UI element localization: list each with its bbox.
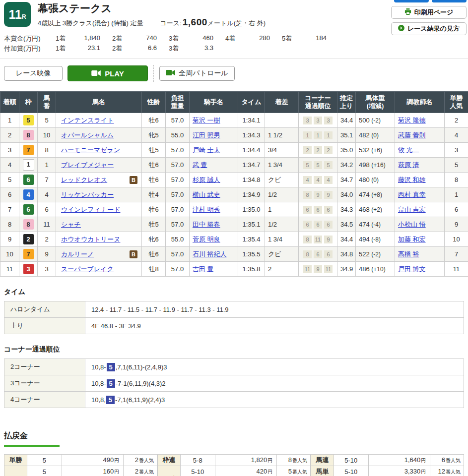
- col-margin: 着差: [265, 92, 299, 113]
- arrow-circle-icon: [398, 25, 404, 33]
- horse-link[interactable]: レッドクレオス: [61, 176, 107, 183]
- horse-number: 6: [38, 202, 56, 217]
- horse-link[interactable]: オパールシャルム: [61, 131, 114, 139]
- trainer-link[interactable]: 高橋 裕: [398, 250, 419, 258]
- bet-amount: 1,640: [404, 456, 421, 464]
- carried-weight: 57.0: [166, 158, 190, 173]
- jockey-link[interactable]: 菊沢 一樹: [193, 117, 220, 124]
- prize-rank: 2着: [112, 44, 129, 53]
- jockey-link[interactable]: 石川 裕紀人: [193, 250, 227, 258]
- finish-time: 1:35.0: [238, 202, 265, 217]
- payout-group-uma-sanren: 馬連 5-10 1,640円 6番人気 馬単 5-10 3,330円 12番人気…: [311, 454, 464, 476]
- trainer-link[interactable]: 戸田 博文: [398, 265, 426, 273]
- jockey-link[interactable]: 杉原 誠人: [193, 176, 220, 183]
- print-page-button[interactable]: 印刷用ページ: [391, 6, 467, 19]
- blue-button-stub[interactable]: [432, 0, 467, 2]
- tansho-label: 単勝: [4, 455, 27, 466]
- jockey-link[interactable]: 吉田 豊: [193, 265, 214, 273]
- horse-link[interactable]: インテンスライト: [61, 117, 114, 124]
- trainer-link[interactable]: 武藤 善則: [398, 131, 426, 139]
- col-horse-weight: 馬体重 (増減): [356, 92, 395, 113]
- jockey-link[interactable]: 江田 照男: [193, 131, 220, 139]
- patrol-video-button[interactable]: 全周パトロール: [159, 66, 235, 81]
- win-favorite: 10: [445, 232, 468, 247]
- winner-highlight: 5: [107, 379, 115, 388]
- prize-value: 280: [242, 34, 270, 43]
- win-favorite: 3: [445, 143, 468, 158]
- carried-weight: 57.0: [166, 113, 190, 128]
- jockey-link[interactable]: 田中 勝春: [193, 221, 220, 228]
- blue-button-stub[interactable]: [394, 0, 429, 2]
- table-row: 7 6 6 ウインレフィナード 牡6 57.0 津村 明秀 1:35.0 1 6…: [0, 202, 468, 217]
- trainer-link[interactable]: 畠山 吉宏: [398, 206, 426, 213]
- prize-rank: 4着: [225, 34, 242, 43]
- frame-badge: 8: [23, 130, 34, 140]
- col-sex-age: 性齢: [142, 92, 166, 113]
- play-button[interactable]: PLAY: [67, 65, 148, 81]
- horse-number: 4: [38, 187, 56, 202]
- horse-number: 7: [38, 173, 56, 187]
- margin: 3/4: [265, 143, 299, 158]
- col-time: タイム: [238, 92, 265, 113]
- sex-age: 牡6: [142, 202, 166, 217]
- sex-age: 牡4: [142, 187, 166, 202]
- sex-age: 牡5: [142, 143, 166, 158]
- race-number-badge: 11 R: [4, 2, 31, 27]
- table-row: 3 7 8 ハーモニーマゼラン 牡5 57.0 戸崎 圭太 1:34.4 3/4…: [0, 143, 468, 158]
- prize-value: 3.3: [186, 44, 213, 53]
- jockey-link[interactable]: 横山 武史: [193, 191, 220, 198]
- margin: [265, 113, 299, 128]
- horse-link[interactable]: シャチ: [61, 221, 81, 228]
- race-video-button[interactable]: レース映像: [4, 66, 63, 81]
- result-guide-button[interactable]: レース結果の見方: [391, 22, 467, 35]
- trainer-link[interactable]: 藤沢 和雄: [398, 176, 426, 183]
- table-row: 4コーナー 10,8,5-7,1(6,11,9)(2,4)3: [4, 392, 464, 408]
- bet-favorite: 2: [135, 468, 138, 475]
- horse-number: 10: [38, 128, 56, 143]
- finish-position: 11: [0, 262, 19, 277]
- col-carried-weight: 負担 重量: [166, 92, 190, 113]
- result-guide-label: レース結果の見方: [407, 24, 460, 33]
- table-row: 6 4 4 リッケンバッカー 牡4 57.0 横山 武史 1:34.9 1/2 …: [0, 187, 468, 202]
- trainer-link[interactable]: 小桧山 悟: [398, 221, 426, 228]
- win-favorite: 11: [445, 262, 468, 277]
- race-number-suffix: R: [22, 13, 26, 20]
- finish-time: 1:35.5: [238, 247, 265, 262]
- table-row: ハロンタイム 12.4 - 11.7 - 11.5 - 11.7 - 11.9 …: [4, 301, 464, 318]
- course-distance: 1,600: [183, 17, 207, 28]
- jockey-link[interactable]: 津村 明秀: [193, 206, 220, 213]
- horse-weight: 468 (+2): [356, 202, 395, 217]
- horse-number: 3: [38, 262, 56, 277]
- horse-link[interactable]: カルリーノ: [61, 250, 94, 258]
- trainer-link[interactable]: 西村 真幸: [398, 191, 426, 198]
- horse-link[interactable]: ウインレフィナード: [61, 206, 120, 213]
- horse-link[interactable]: スーパーブレイク: [61, 265, 114, 273]
- last-3f: 34.5: [337, 217, 356, 232]
- horse-weight: 486 (+10): [356, 262, 395, 277]
- furlong-time-label: ハロンタイム: [4, 301, 85, 318]
- margin: 1 1/2: [265, 128, 299, 143]
- horse-link[interactable]: ホウオウカトリーヌ: [61, 236, 120, 243]
- horse-link[interactable]: リッケンバッカー: [61, 191, 114, 198]
- corner-order: 8119: [299, 232, 337, 247]
- trainer-link[interactable]: 加藤 和宏: [398, 236, 426, 243]
- table-row: 馬連 5-10 1,640円 6番人気: [311, 455, 464, 466]
- trainer-link[interactable]: 牧 光二: [398, 146, 419, 154]
- jockey-link[interactable]: 武 豊: [193, 161, 207, 169]
- payout-title: 払戻金: [4, 431, 464, 441]
- bet-favorite: 5: [288, 468, 292, 475]
- trainer-link[interactable]: 萩原 清: [398, 161, 419, 169]
- margin: 2: [265, 262, 299, 277]
- corner-2-label: 2コーナー: [4, 359, 85, 375]
- jockey-link[interactable]: 菅原 明良: [193, 236, 220, 243]
- horse-link[interactable]: ハーモニーマゼラン: [61, 146, 120, 154]
- prize-value: 460: [186, 34, 213, 43]
- horse-link[interactable]: ブレイブメジャー: [61, 161, 114, 169]
- jockey-link[interactable]: 戸崎 圭太: [193, 146, 220, 154]
- fukusho-label: 複勝: [4, 466, 27, 476]
- table-row: ワイド 5-10 420円 5番人気: [158, 466, 311, 476]
- trainer-link[interactable]: 菊沢 隆徳: [398, 117, 426, 124]
- corner-order: 444: [299, 173, 337, 187]
- corner-order: 11911: [299, 262, 337, 277]
- corner-4-value: 10,8,5-7,1(6,11,9)(2,4)3: [85, 392, 464, 408]
